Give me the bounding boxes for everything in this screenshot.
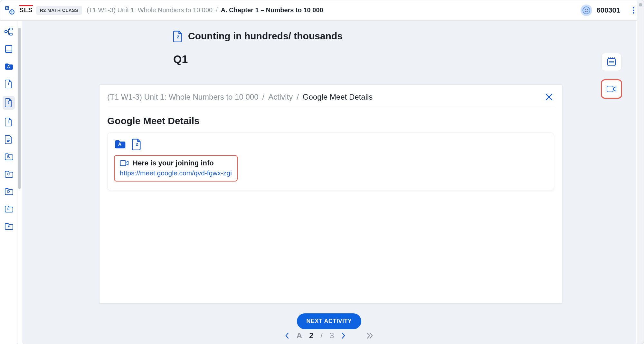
meet-card-chips: A 2 <box>114 138 547 150</box>
nav-folder-b[interactable]: B <box>4 152 14 162</box>
panel-header: (T1 W1-3) Unit 1: Whole Numbers to 10 00… <box>107 92 554 108</box>
meet-link[interactable]: https://meet.google.com/qvd-fgwx-zgi <box>120 169 232 177</box>
chip-page-2[interactable]: 2 <box>132 138 142 150</box>
svg-point-7 <box>633 12 634 13</box>
panel-crumb-sep: / <box>262 93 265 102</box>
nav-page-1[interactable]: 1 <box>4 79 14 89</box>
nav-page-1-label: 1 <box>8 82 10 86</box>
page-title-file-icon: 2 <box>173 30 183 42</box>
nav-page-2-label: 2 <box>8 101 10 104</box>
logo-sls[interactable]: SLS <box>19 6 33 14</box>
nav-folder-e[interactable]: E <box>4 204 14 214</box>
book-icon[interactable] <box>4 44 14 54</box>
window-scrollbar-vertical[interactable] <box>637 0 644 344</box>
svg-point-3 <box>585 9 586 10</box>
video-call-button[interactable] <box>601 80 621 98</box>
panel-crumb-current: Google Meet Details <box>303 93 373 102</box>
class-badge[interactable]: R2 MATH CLASS <box>36 6 82 15</box>
outline-tree-icon[interactable] <box>4 26 14 37</box>
panel-breadcrumb: (T1 W1-3) Unit 1: Whole Numbers to 10 00… <box>107 93 373 102</box>
breadcrumb: (T1 W1-3) Unit 1: Whole Numbers to 10 00… <box>87 6 323 14</box>
svg-rect-8 <box>5 31 7 33</box>
panel-crumb-sep: / <box>297 93 299 102</box>
page-header: 2 Counting in hundreds/ thousands <box>22 21 636 45</box>
next-activity-button[interactable]: NEXT ACTIVITY <box>297 313 362 329</box>
panel-crumb-activity[interactable]: Activity <box>268 93 293 102</box>
nav-page-3[interactable]: 3 <box>4 117 14 127</box>
pager-total: 3 <box>330 331 334 340</box>
breadcrumb-chapter[interactable]: A. Chapter 1 – Numbers to 10 000 <box>221 6 323 14</box>
app-header: SLS R2 MATH CLASS (T1 W1-3) Unit 1: Whol… <box>0 0 644 21</box>
user-id: 600301 <box>597 6 620 15</box>
notes-button[interactable] <box>601 53 621 71</box>
join-info-title: Here is your joining info <box>133 159 214 167</box>
pager-sep: / <box>320 331 323 340</box>
footer: NEXT ACTIVITY A 2 / 3 <box>22 313 636 340</box>
pager-section: A <box>297 331 302 340</box>
nav-folder-a[interactable]: A <box>4 61 14 72</box>
content-area: 2 Counting in hundreds/ thousands Q1 (T1… <box>22 21 636 344</box>
close-icon[interactable] <box>544 92 554 102</box>
nav-folder-e-label: E <box>7 207 10 211</box>
meet-card: A 2 <box>107 132 554 191</box>
svg-rect-14 <box>607 86 613 92</box>
nav-folder-f[interactable]: F <box>4 221 14 231</box>
next-page-icon[interactable] <box>341 332 346 339</box>
svg-rect-10 <box>10 33 12 35</box>
prev-page-icon[interactable] <box>284 332 289 339</box>
chip-folder-a-label: A <box>118 142 121 147</box>
avatar[interactable] <box>581 5 592 16</box>
rail-scrollbar[interactable] <box>17 21 22 240</box>
chip-page-2-label: 2 <box>136 142 138 147</box>
panel-crumb-unit[interactable]: (T1 W1-3) Unit 1: Whole Numbers to 10 00… <box>107 93 259 102</box>
nav-folder-a-label: A <box>7 64 10 68</box>
breadcrumb-unit[interactable]: (T1 W1-3) Unit 1: Whole Numbers to 10 00… <box>87 6 213 14</box>
chip-folder-a[interactable]: A <box>114 138 126 150</box>
svg-point-2 <box>583 7 590 14</box>
nav-folder-b-label: B <box>7 155 10 159</box>
svg-rect-9 <box>10 28 12 30</box>
panel-heading: Google Meet Details <box>107 115 554 126</box>
header-right: 600301 <box>581 4 640 17</box>
page-title-file-number: 2 <box>173 34 183 39</box>
nav-folder-d[interactable]: D <box>4 186 14 197</box>
pager: A 2 / 3 <box>284 331 374 340</box>
floating-tools <box>601 53 621 98</box>
svg-point-6 <box>633 9 634 11</box>
nav-folder-c-label: C <box>7 172 10 176</box>
left-nav-rail: A 1 2 3 B C <box>0 21 17 344</box>
question-label: Q1 <box>22 45 636 65</box>
document-lines-icon[interactable] <box>4 134 14 144</box>
nav-folder-f-label: F <box>7 224 10 228</box>
last-page-icon[interactable] <box>366 332 374 339</box>
page-title: Counting in hundreds/ thousands <box>188 31 343 42</box>
svg-point-4 <box>587 9 588 10</box>
details-panel: (T1 W1-3) Unit 1: Whole Numbers to 10 00… <box>99 84 562 304</box>
svg-rect-13 <box>608 58 615 66</box>
video-icon <box>120 160 129 167</box>
svg-point-5 <box>633 7 634 8</box>
pager-current: 2 <box>309 331 313 340</box>
nav-page-3-label: 3 <box>8 120 10 124</box>
app-menu-icon[interactable] <box>4 5 15 16</box>
svg-rect-12 <box>120 161 126 166</box>
nav-folder-d-label: D <box>7 190 10 193</box>
nav-page-2-active[interactable]: 2 <box>3 96 15 110</box>
svg-rect-11 <box>5 45 12 53</box>
nav-folder-c[interactable]: C <box>4 169 14 179</box>
breadcrumb-separator: / <box>216 6 218 14</box>
join-info-box: Here is your joining info https://meet.g… <box>114 155 238 182</box>
